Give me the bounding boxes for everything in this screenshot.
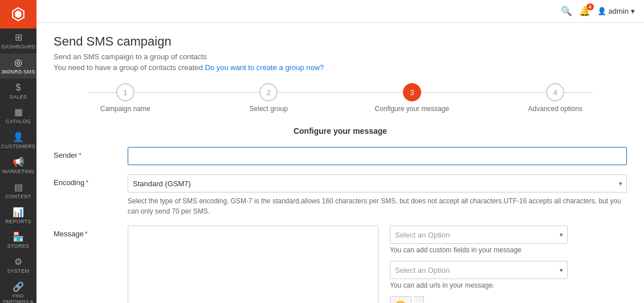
encoding-select[interactable]: Standard (GSM7) UTF-16: [128, 174, 627, 193]
sender-field: [128, 147, 627, 165]
notification-count: 4: [586, 3, 594, 10]
encoding-label: Encoding*: [54, 174, 128, 187]
emoji-icon: 😊: [395, 300, 406, 304]
reports-icon: 📊: [13, 208, 24, 217]
urls-select[interactable]: Select an Option: [390, 261, 568, 279]
urls-help: You can add urls in your message.: [390, 281, 568, 289]
encoding-field: Standard (GSM7) UTF-16 ▾ Select the type…: [128, 174, 627, 216]
sender-input[interactable]: [128, 147, 627, 165]
step-1: 1 Campaign name: [54, 83, 197, 113]
sidebar-item-dashboard[interactable]: ⊞ DASHBOARD: [0, 28, 36, 54]
stores-icon: 🏪: [13, 232, 24, 241]
page-title: Send SMS campaign: [54, 34, 627, 49]
main-content: 🔍 🔔 4 👤 admin ▾ Send SMS campaign Send a…: [36, 0, 644, 303]
sidebar: ⊞ DASHBOARD ◎ 360NRS·SMS $ SALES ▦ CATAL…: [0, 0, 36, 303]
page-link-text: You need to have a group of contacts cre…: [54, 63, 627, 72]
custom-fields-help: You can add custom fields in your messag…: [390, 246, 568, 254]
custom-fields-select[interactable]: Select an Option: [390, 226, 568, 244]
sidebar-item-marketing[interactable]: 📢 MARKETING: [0, 153, 36, 178]
sidebar-item-system[interactable]: ⚙ SYSTEM: [0, 253, 36, 278]
message-row: Message* Select an Option ▾ You can add …: [54, 226, 627, 303]
sales-icon: $: [16, 83, 21, 92]
sender-label: Sender*: [54, 147, 128, 159]
notifications[interactable]: 🔔 4: [579, 6, 590, 17]
page-description: Send an SMS campaign to a group of conta…: [54, 52, 627, 61]
message-label: Message*: [54, 226, 128, 238]
sidebar-item-sales[interactable]: $ SALES: [0, 79, 36, 104]
step-2-circle: 2: [259, 83, 278, 101]
sidebar-item-customers[interactable]: 👤 CUSTOMERS: [0, 128, 36, 153]
360nrs-icon: ◎: [14, 58, 22, 67]
create-group-link[interactable]: Do you want to create a group now?: [205, 63, 324, 72]
section-title: Configure your message: [54, 126, 627, 136]
chevron-down-icon: ▾: [631, 7, 635, 15]
emoji-button[interactable]: 😊: [390, 296, 411, 303]
emoji-chevron-button[interactable]: ▾: [414, 296, 424, 303]
admin-menu[interactable]: 👤 admin ▾: [597, 7, 635, 15]
custom-fields-select-wrap: Select an Option ▾: [390, 226, 568, 244]
custom-fields-group: Select an Option ▾ You can add custom fi…: [390, 226, 568, 254]
encoding-row: Encoding* Standard (GSM7) UTF-16 ▾ Selec…: [54, 174, 627, 216]
sender-row: Sender*: [54, 147, 627, 165]
emoji-row: 😊 ▾: [390, 296, 568, 303]
step-3-circle: 3: [403, 83, 421, 101]
sidebar-item-catalog[interactable]: ▦ CATALOG: [0, 103, 36, 128]
step-4: 4 Advanced options: [484, 83, 627, 113]
marketing-icon: 📢: [13, 158, 24, 167]
page-content: Send SMS campaign Send an SMS campaign t…: [36, 23, 644, 303]
urls-select-wrap: Select an Option ▾: [390, 261, 568, 279]
message-options: Select an Option ▾ You can add custom fi…: [390, 226, 568, 303]
search-icon[interactable]: 🔍: [561, 6, 572, 17]
sidebar-item-content[interactable]: ▤ CONTENT: [0, 178, 36, 203]
sidebar-item-partners[interactable]: 🔗 FIND PARTNERS & EXTENSIONS: [0, 278, 36, 303]
step-4-circle: 4: [546, 83, 564, 101]
sidebar-item-stores[interactable]: 🏪 STORES: [0, 228, 36, 253]
sidebar-logo: [0, 0, 36, 28]
message-textarea[interactable]: [128, 226, 378, 303]
step-1-circle: 1: [116, 83, 134, 101]
content-icon: ▤: [14, 183, 23, 192]
step-4-label: Advanced options: [528, 105, 582, 113]
urls-group: Select an Option ▾ You can add urls in y…: [390, 261, 568, 289]
step-3-label: Configure your message: [374, 105, 449, 113]
step-3: 3 Configure your message: [340, 83, 484, 113]
message-content: Select an Option ▾ You can add custom fi…: [128, 226, 568, 303]
catalog-icon: ▦: [14, 108, 23, 117]
step-2: 2 Select group: [197, 83, 341, 113]
customers-icon: 👤: [13, 133, 24, 142]
step-2-label: Select group: [250, 105, 288, 113]
encoding-select-wrap: Standard (GSM7) UTF-16 ▾: [128, 174, 627, 193]
system-icon: ⚙: [14, 257, 22, 267]
step-1-label: Campaign name: [100, 105, 150, 113]
dashboard-icon: ⊞: [15, 33, 22, 42]
stepper: 1 Campaign name 2 Select group 3 Configu…: [54, 83, 627, 113]
emoji-group: 😊 ▾ You can add emojis in your message. …: [390, 296, 568, 303]
sidebar-item-360nrs[interactable]: ◎ 360NRS·SMS: [0, 54, 36, 79]
user-icon: 👤: [597, 7, 606, 15]
partners-icon: 🔗: [13, 282, 24, 292]
admin-name: admin: [609, 7, 629, 15]
message-textarea-wrap: [128, 226, 378, 303]
topbar: 🔍 🔔 4 👤 admin ▾: [36, 0, 644, 23]
sidebar-item-reports[interactable]: 📊 REPORTS: [0, 203, 36, 228]
encoding-help: Select the type of SMS encoding. GSM-7 i…: [128, 196, 627, 216]
